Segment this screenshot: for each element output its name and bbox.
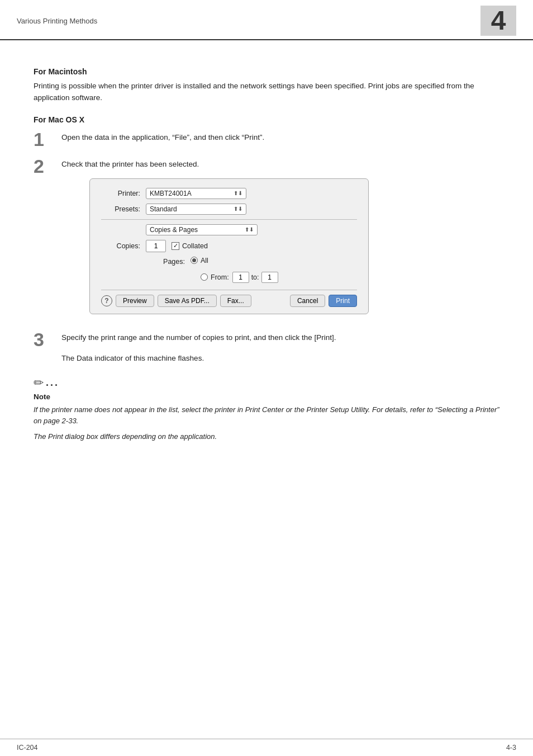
copies-pages-select[interactable]: Copies & Pages ⬆⬇: [146, 224, 258, 235]
to-input[interactable]: [261, 272, 278, 283]
to-label: to:: [251, 273, 259, 281]
note-body-1: If the printer name does not appear in t…: [34, 404, 499, 427]
page-header: Various Printing Methods 4: [0, 0, 533, 40]
step-1-content: Open the data in the application, “File”…: [61, 132, 499, 144]
presets-label: Presets:: [101, 205, 140, 213]
pages-section: Pages: All From: to:: [101, 257, 357, 283]
all-radio-label: All: [201, 257, 208, 264]
print-button[interactable]: Print: [329, 295, 357, 307]
copies-pages-row: Copies & Pages ⬆⬇: [101, 224, 357, 235]
from-label: From:: [211, 273, 229, 281]
main-content: For Macintosh Printing is possible when …: [0, 40, 533, 739]
pages-all-row: Pages: All: [146, 257, 357, 267]
presets-select[interactable]: Standard ⬆⬇: [146, 204, 246, 215]
step-2-number: 2: [34, 157, 61, 176]
copies-input[interactable]: [146, 240, 166, 252]
footer-left: ? Preview Save As PDF... Fax...: [101, 295, 251, 307]
chapter-number: 4: [480, 6, 516, 36]
note-icon-row: ✏ ...: [34, 376, 499, 390]
macintosh-body: Printing is possible when the printer dr…: [34, 81, 499, 104]
step-3-content: Specify the print range and the number o…: [61, 332, 499, 365]
footer-left: IC-204: [17, 744, 38, 752]
collated-checkbox[interactable]: ✓: [172, 242, 179, 250]
printer-arrow-icon: ⬆⬇: [234, 190, 242, 196]
page-footer: IC-204 4-3: [0, 739, 533, 756]
all-radio-row[interactable]: All: [191, 257, 208, 264]
printer-value: KMBT24001A: [150, 190, 192, 197]
step-3: 3 Specify the print range and the number…: [34, 332, 499, 365]
step-1-number: 1: [34, 130, 61, 149]
copies-input-row: Copies: ✓ Collated: [101, 240, 357, 252]
copies-pages-arrow-icon: ⬆⬇: [245, 226, 254, 233]
dialog-separator-1: [101, 219, 357, 220]
step-2: 2 Check that the printer has been select…: [34, 159, 499, 322]
copies-pages-value: Copies & Pages: [150, 226, 198, 234]
printer-label: Printer:: [101, 190, 140, 197]
note-section: ✏ ... Note If the printer name does not …: [34, 376, 499, 442]
step-3-text: Specify the print range and the number o…: [61, 333, 336, 342]
preview-button[interactable]: Preview: [116, 295, 154, 307]
printer-row: Printer: KMBT24001A ⬆⬇: [101, 188, 357, 199]
macosx-heading: For Mac OS X: [34, 115, 499, 124]
step-1-text: Open the data in the application, “File”…: [61, 133, 264, 141]
from-input[interactable]: [232, 272, 249, 283]
from-radio-button[interactable]: [201, 273, 208, 281]
step-3-subtext: The Data indicator of this machine flash…: [61, 354, 204, 362]
page: Various Printing Methods 4 For Macintosh…: [0, 0, 533, 756]
cancel-button[interactable]: Cancel: [290, 295, 325, 307]
note-dots: ...: [46, 377, 59, 389]
presets-row: Presets: Standard ⬆⬇: [101, 204, 357, 215]
step-2-content: Check that the printer has been selected…: [61, 159, 499, 322]
note-label: Note: [34, 393, 499, 401]
presets-value: Standard: [150, 205, 177, 213]
print-dialog: Printer: KMBT24001A ⬆⬇ Presets: Standard…: [89, 178, 369, 314]
pages-label: Pages:: [146, 258, 185, 266]
collated-checkbox-label[interactable]: ✓ Collated: [172, 242, 208, 250]
from-to-row: From: to:: [156, 272, 357, 283]
pencil-icon: ✏: [34, 376, 44, 390]
footer-right: 4-3: [506, 744, 516, 752]
step-3-number: 3: [34, 330, 61, 349]
step-2-text: Check that the printer has been selected…: [61, 160, 199, 168]
printer-select[interactable]: KMBT24001A ⬆⬇: [146, 188, 246, 199]
collated-label: Collated: [182, 242, 208, 250]
presets-arrow-icon: ⬆⬇: [234, 206, 242, 212]
macintosh-heading: For Macintosh: [34, 67, 499, 76]
step-1: 1 Open the data in the application, “Fil…: [34, 132, 499, 149]
chapter-title: Various Printing Methods: [17, 17, 97, 25]
copies-label: Copies:: [101, 242, 140, 250]
save-pdf-button[interactable]: Save As PDF...: [158, 295, 217, 307]
footer-right: Cancel Print: [290, 295, 357, 307]
dialog-footer: ? Preview Save As PDF... Fax... Cancel P…: [101, 290, 357, 307]
all-radio-button[interactable]: [191, 257, 198, 264]
fax-button[interactable]: Fax...: [220, 295, 251, 307]
help-icon[interactable]: ?: [101, 295, 112, 306]
note-body-2: The Print dialog box differs depending o…: [34, 431, 499, 442]
